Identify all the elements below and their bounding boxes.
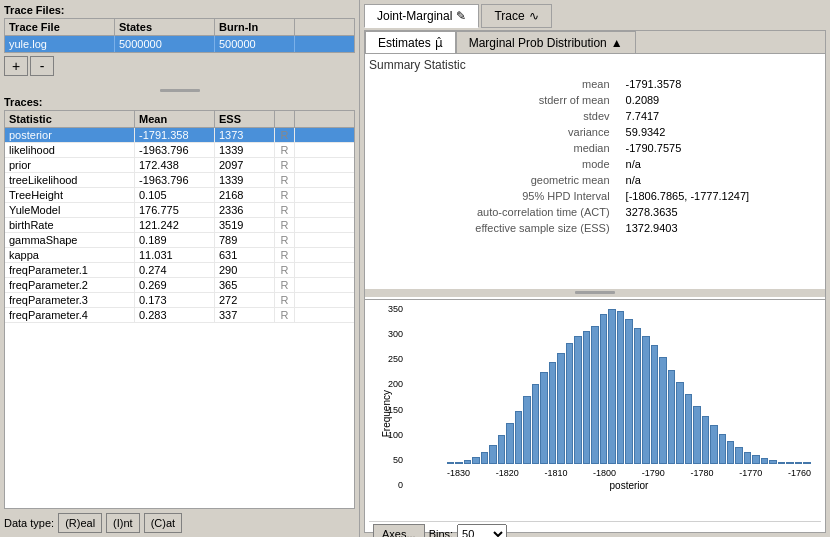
- trace-r: R: [275, 278, 295, 292]
- trace-ess: 290: [215, 263, 275, 277]
- y-axis-label: Frequency: [381, 390, 392, 437]
- table-row[interactable]: posterior -1791.358 1373 R: [5, 128, 354, 143]
- bottom-bar: Data type: (R)eal (I)nt (C)at: [4, 513, 355, 533]
- int-type-button[interactable]: (I)nt: [106, 513, 140, 533]
- histogram-bar: [498, 435, 505, 464]
- estimates-tab[interactable]: Estimates μ̂: [365, 31, 456, 53]
- header-burnin: Burn-In: [215, 19, 295, 35]
- trace-mean: -1963.796: [135, 143, 215, 157]
- traces-table[interactable]: Statistic Mean ESS posterior -1791.358 1…: [4, 110, 355, 509]
- trace-stat: gammaShape: [5, 233, 135, 247]
- trace-r: R: [275, 248, 295, 262]
- histogram-bar: [803, 462, 810, 464]
- trace-ess: 1339: [215, 173, 275, 187]
- trace-mean: 121.242: [135, 218, 215, 232]
- stat-label: geometric mean: [369, 172, 618, 188]
- table-row[interactable]: freqParameter.3 0.173 272 R: [5, 293, 354, 308]
- bins-select[interactable]: 50 25 100: [457, 524, 507, 538]
- axes-button[interactable]: Axes...: [373, 524, 425, 538]
- stat-label: variance: [369, 124, 618, 140]
- histogram-bar: [481, 452, 488, 464]
- trace-stat: freqParameter.3: [5, 293, 135, 307]
- real-type-button[interactable]: (R)eal: [58, 513, 102, 533]
- trace-mean: 0.189: [135, 233, 215, 247]
- table-row[interactable]: likelihood -1963.796 1339 R: [5, 143, 354, 158]
- stat-label: 95% HPD Interval: [369, 188, 618, 204]
- table-row[interactable]: birthRate 121.242 3519 R: [5, 218, 354, 233]
- cat-type-button[interactable]: (C)at: [144, 513, 182, 533]
- chart-section: 350 300 250 200 150 100 50 0 Frequency -…: [365, 299, 825, 533]
- stat-value: n/a: [618, 156, 821, 172]
- stat-label: auto-correlation time (ACT): [369, 204, 618, 220]
- histogram-bar: [710, 425, 717, 464]
- trace-r: R: [275, 188, 295, 202]
- histogram-bar: [447, 462, 454, 464]
- trace-mean: -1791.358: [135, 128, 215, 142]
- header-statistic: Statistic: [5, 111, 135, 127]
- histogram-bar: [591, 326, 598, 464]
- stat-value: -1791.3578: [618, 76, 821, 92]
- remove-trace-button[interactable]: -: [30, 56, 54, 76]
- traces-section: Traces: Statistic Mean ESS posterior -17…: [4, 96, 355, 509]
- stat-row: mode n/a: [369, 156, 821, 172]
- table-row[interactable]: freqParameter.2 0.269 365 R: [5, 278, 354, 293]
- histogram-bar: [455, 462, 462, 464]
- trace-ess: 365: [215, 278, 275, 292]
- table-row[interactable]: YuleModel 176.775 2336 R: [5, 203, 354, 218]
- marginal-prob-tab[interactable]: Marginal Prob Distribution ▲: [456, 31, 636, 53]
- trace-ess: 2336: [215, 203, 275, 217]
- stat-value: 1372.9403: [618, 220, 821, 236]
- trace-files-section: Trace Files: Trace File States Burn-In y…: [4, 4, 355, 80]
- inner-tab-bar: Estimates μ̂ Marginal Prob Distribution …: [365, 31, 825, 54]
- top-tab-bar: Joint-Marginal ✎ Trace ∿: [364, 4, 826, 28]
- histogram-bar: [566, 343, 573, 464]
- trace-files-table: Trace File States Burn-In yule.log 50000…: [4, 18, 355, 53]
- x-axis-label: posterior: [447, 480, 811, 491]
- y-tick-350: 350: [388, 304, 403, 314]
- trace-mean: 0.105: [135, 188, 215, 202]
- histogram-bar: [532, 384, 539, 464]
- trace-stat: freqParameter.4: [5, 308, 135, 322]
- histogram-bar: [795, 462, 802, 464]
- trace-file-row[interactable]: yule.log 5000000 500000: [5, 36, 354, 52]
- chart-inner: 350 300 250 200 150 100 50 0 Frequency -…: [369, 304, 821, 521]
- trace-ess: 2168: [215, 188, 275, 202]
- joint-marginal-tab[interactable]: Joint-Marginal ✎: [364, 4, 479, 28]
- trace-tab[interactable]: Trace ∿: [481, 4, 551, 28]
- histogram-bar: [744, 452, 751, 464]
- histogram-bar: [600, 314, 607, 464]
- histogram-bar: [693, 406, 700, 464]
- table-row[interactable]: TreeHeight 0.105 2168 R: [5, 188, 354, 203]
- data-type-label: Data type:: [4, 517, 54, 529]
- trace-stat: prior: [5, 158, 135, 172]
- trace-ess: 272: [215, 293, 275, 307]
- stat-label: stdev: [369, 108, 618, 124]
- trace-label: Trace: [494, 9, 524, 23]
- table-row[interactable]: prior 172.438 2097 R: [5, 158, 354, 173]
- histogram-bar: [786, 462, 793, 464]
- stat-row: variance 59.9342: [369, 124, 821, 140]
- histogram-bar: [659, 357, 666, 464]
- chart-divider: [365, 289, 825, 297]
- chart-bottom: Axes... Bins: 50 25 100: [369, 521, 821, 538]
- table-row[interactable]: treeLikelihood -1963.796 1339 R: [5, 173, 354, 188]
- trace-stat: likelihood: [5, 143, 135, 157]
- table-row[interactable]: freqParameter.4 0.283 337 R: [5, 308, 354, 323]
- table-row[interactable]: freqParameter.1 0.274 290 R: [5, 263, 354, 278]
- trace-files-label: Trace Files:: [4, 4, 355, 16]
- stat-value: 3278.3635: [618, 204, 821, 220]
- stat-label: stderr of mean: [369, 92, 618, 108]
- header-r: [275, 111, 295, 127]
- stat-value: 0.2089: [618, 92, 821, 108]
- trace-mean: 0.173: [135, 293, 215, 307]
- y-tick-50: 50: [393, 455, 403, 465]
- histogram-bar: [719, 434, 726, 464]
- table-row[interactable]: kappa 11.031 631 R: [5, 248, 354, 263]
- trace-ess: 2097: [215, 158, 275, 172]
- table-row[interactable]: gammaShape 0.189 789 R: [5, 233, 354, 248]
- trace-files-header: Trace File States Burn-In: [5, 19, 354, 36]
- header-ess: ESS: [215, 111, 275, 127]
- histogram-bar: [761, 458, 768, 464]
- file-btn-row: + -: [4, 56, 355, 76]
- add-trace-button[interactable]: +: [4, 56, 28, 76]
